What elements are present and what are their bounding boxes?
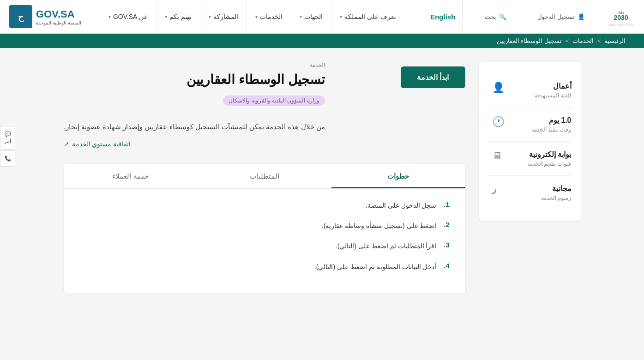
start-service-button[interactable]: ابدأ الخدمة xyxy=(401,66,465,88)
tabs-body: 1. سجل الدخول على المنصة. 2. اضغط على (ت… xyxy=(64,189,465,294)
execution-time-value: 1.0 يوم xyxy=(531,116,572,125)
chevron-down-icon: ▾ xyxy=(108,14,111,19)
main-nav: تعرف على المملكة ▾ الجهات ▾ الخدمات ▾ ال… xyxy=(100,0,404,34)
chevron-down-icon: ▾ xyxy=(165,14,167,19)
monitor-icon: 🖥 xyxy=(492,150,502,162)
clock-icon: 🕐 xyxy=(492,116,505,128)
fees-label: رسوم الخدمة xyxy=(541,195,571,201)
login-area[interactable]: 👤 تسجيل الدخول xyxy=(529,0,593,34)
info-fees: مجانية رسوم الخدمة ر xyxy=(488,176,572,210)
govsa-title: GOV.SA xyxy=(36,8,81,20)
login-label: تسجيل الدخول xyxy=(537,13,575,20)
info-card: أعمال الفئة المستهدفة 👤 1.0 يوم وقت تنفي… xyxy=(479,62,581,221)
chat-button[interactable]: 💬 أمر xyxy=(0,126,15,150)
tabs-header: خطوات المتطلبات خدمة العملاء xyxy=(64,164,465,189)
nav-item-entities[interactable]: الجهات ▾ xyxy=(291,0,331,34)
breadcrumb-home[interactable]: الرئيسية xyxy=(604,37,626,44)
step-number-2: 2. xyxy=(442,221,451,228)
info-sidebar: أعمال الفئة المستهدفة 👤 1.0 يوم وقت تنفي… xyxy=(479,62,581,294)
nav-label-services: الخدمات xyxy=(260,13,283,20)
channels-label: قنوات تقديم الخدمة xyxy=(527,161,572,167)
info-target-segment: أعمال الفئة المستهدفة 👤 xyxy=(488,73,572,108)
chevron-down-icon: ▾ xyxy=(255,14,258,19)
govsa-icon: ح xyxy=(9,5,32,28)
svg-text:ح: ح xyxy=(18,12,24,22)
chat-icon: 💬 xyxy=(5,131,11,137)
sla-link[interactable]: اتفاقية مستوي الخدمة ↗ xyxy=(64,140,325,148)
nav-label-know-kingdom: تعرف على المملكة xyxy=(344,13,396,20)
chevron-down-icon: ▾ xyxy=(209,14,211,19)
service-title: تسجيل الوسطاء العقاريين xyxy=(64,72,325,87)
channels-value: بوابة إلكترونية xyxy=(527,150,572,159)
search-area[interactable]: 🔍 بحث xyxy=(476,0,515,34)
nav-item-about[interactable]: عن GOV.SA ▾ xyxy=(100,0,156,34)
nav-label-participation: المشاركة xyxy=(213,13,238,20)
step-text-1: سجل الدخول على المنصة. xyxy=(366,200,437,210)
step-number-3: 3. xyxy=(442,241,451,249)
sla-link-text: اتفاقية مستوي الخدمة xyxy=(72,140,131,148)
nav-label-about: عن GOV.SA xyxy=(113,13,148,20)
chevron-down-icon: ▾ xyxy=(340,14,342,19)
step-text-3: اقرأ المتطلبات ثم اضغط على (التالي). xyxy=(336,241,437,251)
service-main: الخدمة تسجيل الوسطاء العقاريين وزارة الش… xyxy=(64,62,465,294)
govsa-subtitle: المنصة الوطنية الموحدة xyxy=(36,20,81,25)
nav-item-services[interactable]: الخدمات ▾ xyxy=(247,0,291,34)
breadcrumb-separator-2: > xyxy=(566,38,569,44)
step-item-2: 2. اضغط على (تسجيل منشأة وساطة عقارية). xyxy=(78,221,451,231)
step-text-2: اضغط على (تسجيل منشأة وساطة عقارية). xyxy=(322,221,437,231)
logo-area: رؤية 2030 المملكة العربية السعودية xyxy=(607,4,635,30)
execution-time-label: وقت تنفيذ الخدمة xyxy=(531,126,572,133)
target-segment-value: أعمال xyxy=(535,82,571,90)
svg-text:2030: 2030 xyxy=(614,14,628,21)
tabs-container: خطوات المتطلبات خدمة العملاء 1. سجل الدخ… xyxy=(64,164,465,294)
step-item-3: 3. اقرأ المتطلبات ثم اضغط على (التالي). xyxy=(78,241,451,251)
nav-item-participation[interactable]: المشاركة ▾ xyxy=(200,0,247,34)
page-content: أعمال الفئة المستهدفة 👤 1.0 يوم وقت تنفي… xyxy=(45,48,599,307)
fees-value: مجانية xyxy=(541,184,571,193)
step-text-4: أدخل البيانات المطلوبة ثم اضغط على (التا… xyxy=(314,262,437,272)
target-segment-label: الفئة المستهدفة xyxy=(535,92,571,99)
search-label: بحث xyxy=(485,13,496,20)
breadcrumb-services[interactable]: الخدمات xyxy=(572,37,594,44)
tab-customer-service[interactable]: خدمة العملاء xyxy=(64,164,198,188)
search-icon: 🔍 xyxy=(499,13,506,20)
tab-requirements[interactable]: المتطلبات xyxy=(198,164,331,188)
govsa-logo: GOV.SA المنصة الوطنية الموحدة ح xyxy=(9,5,81,28)
external-link-icon: ↗ xyxy=(64,140,69,148)
step-item-1: 1. سجل الدخول على المنصة. xyxy=(78,200,451,210)
info-execution-time: 1.0 يوم وقت تنفيذ الخدمة 🕐 xyxy=(488,108,572,142)
info-channels: بوابة إلكترونية قنوات تقديم الخدمة 🖥 xyxy=(488,142,572,176)
header-right: رؤية 2030 المملكة العربية السعودية 👤 تسج… xyxy=(423,0,635,34)
service-section-label: الخدمة xyxy=(64,62,325,68)
chevron-down-icon: ▾ xyxy=(300,14,302,19)
breadcrumb: الرئيسية > الخدمات > تسجيل الوسطاء العقا… xyxy=(0,34,644,48)
service-description: من خلال هذه الخدمة يمكن للمنشآت التسجيل … xyxy=(64,121,325,133)
vision-logo: رؤية 2030 المملكة العربية السعودية xyxy=(607,4,635,30)
english-button[interactable]: English xyxy=(423,0,463,34)
phone-button[interactable]: 📞 xyxy=(0,150,15,167)
step-number-1: 1. xyxy=(442,200,451,208)
phone-icon: 📞 xyxy=(5,156,11,162)
nav-item-know-kingdom[interactable]: تعرف على المملكة ▾ xyxy=(331,0,404,34)
chat-label: أمر xyxy=(4,138,11,144)
ministry-badge: وزارة الشؤون البلدية والقروية والاسكان xyxy=(223,96,325,106)
step-item-4: 4. أدخل البيانات المطلوبة ثم اضغط على (ا… xyxy=(78,262,451,272)
step-number-4: 4. xyxy=(442,262,451,270)
breadcrumb-separator-1: > xyxy=(597,38,601,44)
svg-text:المملكة العربية السعودية: المملكة العربية السعودية xyxy=(609,23,633,26)
nav-label-care: نهتم بكم xyxy=(169,13,192,20)
breadcrumb-current: تسجيل الوسطاء العقاريين xyxy=(497,37,562,44)
person-icon: 👤 xyxy=(578,13,585,20)
floating-buttons: 💬 أمر 📞 xyxy=(0,126,15,167)
nav-item-care[interactable]: نهتم بكم ▾ xyxy=(156,0,200,34)
nav-label-entities: الجهات xyxy=(304,13,323,20)
header: رؤية 2030 المملكة العربية السعودية 👤 تسج… xyxy=(0,0,644,34)
rial-icon: ر xyxy=(492,184,496,194)
tab-steps[interactable]: خطوات xyxy=(331,164,465,188)
person-icon: 👤 xyxy=(492,82,505,94)
